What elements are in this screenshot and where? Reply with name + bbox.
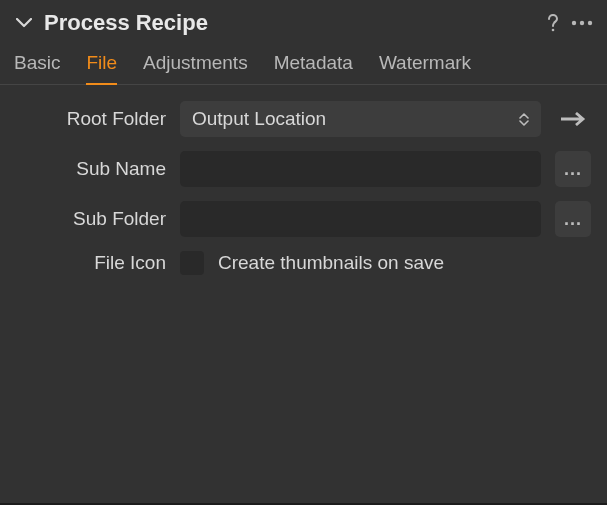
svg-point-3	[588, 21, 592, 25]
file-icon-checkbox-container: Create thumbnails on save	[180, 251, 591, 275]
arrow-right-icon	[560, 112, 586, 126]
help-button[interactable]	[547, 14, 559, 32]
panel-header: Process Recipe	[0, 0, 607, 42]
create-thumbnails-label: Create thumbnails on save	[218, 252, 444, 274]
chevron-down-icon	[16, 18, 32, 28]
sub-name-label: Sub Name	[16, 158, 166, 180]
root-folder-row: Root Folder Output Location	[16, 101, 591, 137]
svg-point-0	[552, 29, 555, 32]
file-form: Root Folder Output Location Sub Name ...…	[0, 85, 607, 275]
tab-metadata[interactable]: Metadata	[274, 52, 353, 84]
help-icon	[547, 14, 559, 32]
root-folder-select[interactable]: Output Location	[180, 101, 541, 137]
tab-adjustments[interactable]: Adjustments	[143, 52, 248, 84]
more-options-button[interactable]	[571, 20, 593, 26]
collapse-toggle[interactable]	[14, 13, 34, 33]
tab-watermark[interactable]: Watermark	[379, 52, 471, 84]
svg-point-2	[580, 21, 584, 25]
process-recipe-panel: Process Recipe Basic File Adjustments Me…	[0, 0, 607, 275]
tab-file[interactable]: File	[86, 52, 117, 84]
create-thumbnails-checkbox[interactable]	[180, 251, 204, 275]
sub-name-input[interactable]	[180, 151, 541, 187]
root-folder-value: Output Location	[192, 108, 511, 130]
sub-folder-browse-button[interactable]: ...	[555, 201, 591, 237]
sub-name-browse-button[interactable]: ...	[555, 151, 591, 187]
sub-folder-label: Sub Folder	[16, 208, 166, 230]
svg-point-1	[572, 21, 576, 25]
sub-name-row: Sub Name ...	[16, 151, 591, 187]
tab-bar: Basic File Adjustments Metadata Watermar…	[0, 42, 607, 85]
root-folder-label: Root Folder	[16, 108, 166, 130]
header-actions	[547, 14, 593, 32]
sub-folder-row: Sub Folder ...	[16, 201, 591, 237]
more-icon	[571, 20, 593, 26]
file-icon-row: File Icon Create thumbnails on save	[16, 251, 591, 275]
goto-folder-button[interactable]	[555, 101, 591, 137]
sub-folder-input[interactable]	[180, 201, 541, 237]
select-stepper-icon	[519, 113, 529, 126]
tab-basic[interactable]: Basic	[14, 52, 60, 84]
panel-title: Process Recipe	[44, 10, 547, 36]
file-icon-label: File Icon	[16, 252, 166, 274]
